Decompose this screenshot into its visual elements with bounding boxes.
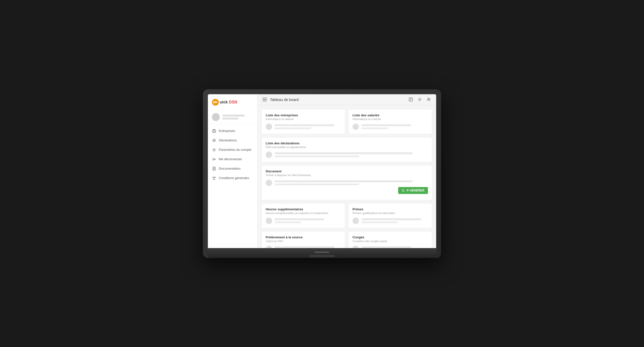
primes-lines	[362, 218, 428, 223]
card-salaries-title: Liste des salariés	[352, 113, 428, 117]
card-declarations-title: Liste des déclarations	[266, 142, 428, 145]
svg-point-5	[214, 149, 215, 150]
logo-text: uick DSN	[220, 100, 237, 104]
generate-btn-row: ⟳ GÉNÉRER	[266, 186, 428, 196]
sidebar-item-conditions[interactable]: Conditions générales	[208, 174, 257, 183]
trackpad	[310, 255, 334, 257]
laptop-base	[208, 254, 436, 258]
logo-icon: ▶▶	[212, 99, 219, 106]
skel	[362, 124, 411, 126]
svg-point-18	[419, 99, 420, 100]
user-role-skeleton	[222, 118, 238, 120]
cards-row-1: Liste des entreprises Informations et sa…	[262, 109, 432, 134]
sidebar-nav: Entreprises Déclarations	[208, 126, 257, 183]
card-document: Document Fichier à déposer sur Net-Entre…	[262, 165, 432, 200]
content-area: Liste des entreprises Informations et sa…	[258, 105, 436, 248]
skel	[274, 156, 359, 157]
sidebar-label-declarations: Déclarations	[219, 138, 237, 142]
settings-icon[interactable]	[417, 97, 422, 102]
main-content: Tableau de board	[258, 94, 436, 248]
skel	[274, 124, 334, 126]
card-primes-content	[352, 218, 428, 224]
users-icon[interactable]	[426, 97, 431, 102]
skel	[274, 184, 359, 185]
declarations-icon	[212, 138, 216, 142]
topbar: Tableau de board	[258, 94, 436, 105]
skel	[274, 128, 311, 129]
skel	[274, 218, 324, 220]
skel	[274, 180, 412, 182]
sidebar-label-documentation: Documentation	[219, 167, 240, 170]
card-salaries-subtitle: Informations et contrats	[352, 118, 428, 120]
card-primes-subtitle: Primes, gratifications et indemnités	[352, 212, 428, 214]
sidebar-item-parametres[interactable]: Paramètres du compte	[208, 145, 257, 154]
card-declarations-content	[266, 152, 428, 158]
conges-avatar	[352, 246, 359, 248]
declarations-avatar	[266, 152, 272, 158]
card-heures-subtitle: Heures exceptionnelles ou majorées et re…	[266, 212, 341, 214]
card-entreprises: Liste des entreprises Informations et sa…	[262, 109, 345, 134]
card-prelevement-subtitle: Calcul du PAS	[266, 240, 341, 242]
card-primes: Primes Primes, gratifications et indemni…	[348, 203, 432, 228]
card-salaries-content	[352, 124, 428, 130]
card-entreprises-content	[266, 124, 341, 130]
hamburger-menu-icon[interactable]	[262, 98, 267, 101]
page-title: Tableau de board	[270, 98, 299, 102]
sidebar-item-entreprises[interactable]: Entreprises	[208, 126, 257, 136]
card-prelevement-content	[266, 246, 341, 248]
skel	[274, 246, 334, 248]
scale-icon	[212, 176, 216, 180]
doc-icon	[212, 166, 216, 171]
conges-lines	[362, 246, 428, 248]
report-icon[interactable]	[408, 97, 413, 102]
svg-point-4	[213, 139, 216, 142]
heures-avatar	[266, 218, 272, 224]
card-prelevement: Prélèvement à la source Calcul du PAS	[262, 231, 345, 248]
document-lines	[274, 180, 428, 185]
card-entreprises-title: Liste des entreprises	[266, 113, 341, 117]
skel	[362, 128, 388, 129]
card-document-content	[266, 180, 428, 186]
sidebar-label-parametres: Paramètres du compte	[219, 148, 252, 152]
sidebar-label-conditions: Conditions générales	[219, 176, 249, 180]
sidebar-item-declarations[interactable]: Déclarations	[208, 136, 257, 145]
logout-icon	[212, 157, 216, 162]
card-heures-title: Heures supplémentaires	[266, 207, 341, 211]
skel	[362, 222, 398, 223]
prelevement-avatar	[266, 246, 272, 248]
card-heures: Heures supplémentaires Heures exceptionn…	[262, 203, 345, 228]
primes-avatar	[352, 218, 359, 224]
document-avatar	[266, 180, 272, 186]
card-prelevement-title: Prélèvement à la source	[266, 236, 341, 239]
card-document-subtitle: Fichier à déposer sur Net-Entreprises	[266, 174, 428, 176]
salaries-lines	[362, 124, 428, 129]
skel	[362, 246, 411, 248]
svg-point-20	[429, 98, 430, 99]
settings-icon	[212, 148, 216, 152]
card-conges-content	[352, 246, 428, 248]
generate-label: ⟳ GÉNÉRER	[406, 189, 424, 192]
user-info	[222, 114, 244, 120]
sidebar-item-deconnexion[interactable]: Me déconnecter	[208, 154, 257, 164]
svg-point-19	[428, 98, 429, 100]
generate-button[interactable]: ⟳ GÉNÉRER	[398, 187, 428, 194]
card-declarations: Liste des déclarations DSN mensuelles et…	[262, 137, 432, 162]
skel	[274, 222, 301, 223]
topbar-actions	[408, 97, 431, 102]
laptop-bottom	[208, 248, 436, 254]
skel	[362, 218, 421, 220]
logo-dsn: DSN	[229, 100, 237, 104]
sidebar-item-documentation[interactable]: Documentation	[208, 164, 257, 174]
building-icon	[212, 129, 216, 133]
card-document-title: Document	[266, 170, 428, 173]
topbar-left: Tableau de board	[262, 98, 299, 102]
sidebar: ▶▶ uick DSN	[208, 94, 258, 248]
card-entreprises-subtitle: Informations et salariés	[266, 118, 341, 120]
card-conges: Congés Compteur des congés payés	[348, 231, 432, 248]
trackpad-notch	[314, 252, 330, 253]
user-profile	[208, 110, 257, 124]
screen: ▶▶ uick DSN	[208, 94, 436, 248]
logo: ▶▶ uick DSN	[208, 94, 257, 110]
card-salaries: Liste des salariés Informations et contr…	[348, 109, 432, 134]
entreprises-lines	[274, 124, 341, 129]
